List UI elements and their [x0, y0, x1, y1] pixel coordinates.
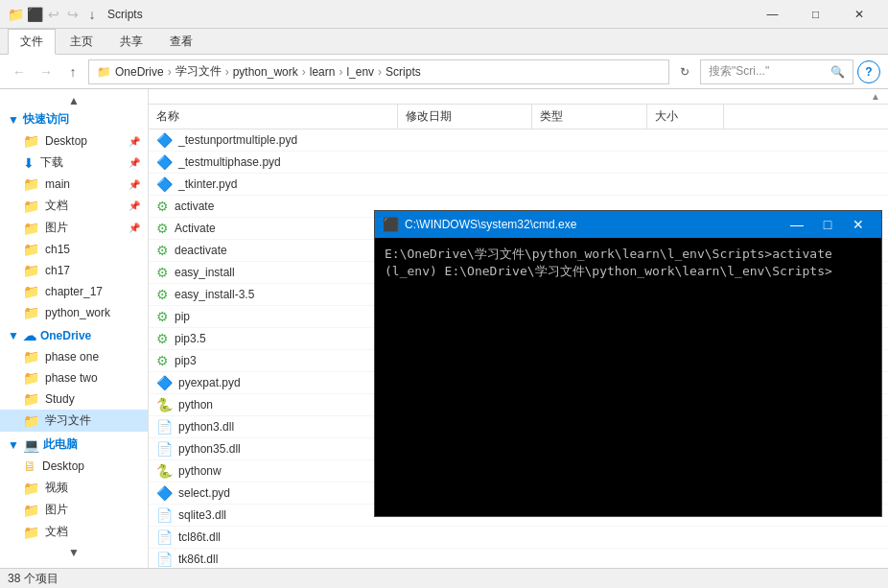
cmd-maximize[interactable]: □ — [812, 211, 843, 238]
undo-icon[interactable]: ↩ — [46, 7, 61, 22]
address-bar: ← → ↑ 📁 OneDrive › 学习文件 › python_work › … — [0, 55, 888, 89]
sidebar-pc-header[interactable]: ▼ 💻 此电脑 — [0, 434, 148, 456]
search-icon[interactable]: 🔍 — [830, 65, 845, 79]
minimize-button[interactable]: — — [751, 0, 794, 29]
sidebar-label-downloads: 下载 — [40, 154, 63, 171]
file-type-cell — [532, 203, 647, 209]
up-button[interactable]: ↑ — [61, 60, 84, 83]
sidebar-quick-access-header[interactable]: ▼ 快速访问 — [0, 108, 148, 130]
ribbon: 文件 主页 共享 查看 — [0, 29, 888, 55]
header-size[interactable]: 大小 — [647, 105, 724, 129]
sidebar-scroll-down[interactable]: ▼ — [0, 545, 148, 560]
file-name-cell: 🐍 python — [149, 394, 398, 415]
sidebar-item-ch17[interactable]: 📁 ch17 — [0, 260, 148, 281]
file-size-cell — [647, 181, 724, 187]
window-title: Scripts — [107, 8, 143, 21]
breadcrumb-xuexiwenjian[interactable]: 学习文件 — [175, 63, 222, 80]
address-path[interactable]: 📁 OneDrive › 学习文件 › python_work › learn … — [88, 59, 669, 84]
file-size-cell — [647, 137, 724, 143]
table-row[interactable]: 🔷 _tkinter.pyd — [149, 174, 888, 196]
tab-share[interactable]: 共享 — [107, 29, 155, 54]
cmd-body[interactable]: E:\OneDrive\学习文件\python_work\learn\l_env… — [375, 238, 881, 516]
redo-icon[interactable]: ↪ — [65, 7, 81, 22]
refresh-button[interactable]: ↻ — [673, 60, 696, 83]
file-name-cell: 📄 python35.dll — [149, 438, 398, 459]
tab-home[interactable]: 主页 — [58, 29, 105, 54]
sidebar-quick-access: ▼ 快速访问 📁 Desktop 📌 ⬇ 下载 📌 📁 main 📌 📁 文档 — [0, 108, 148, 323]
forward-button[interactable]: → — [35, 60, 58, 83]
header-date[interactable]: 修改日期 — [398, 105, 532, 129]
sidebar-label-ch17: ch17 — [45, 264, 70, 277]
ribbon-tabs: 文件 主页 共享 查看 — [0, 29, 888, 54]
sidebar-item-pictures[interactable]: 📁 图片 📌 — [0, 217, 148, 239]
cmd-minimize[interactable]: — — [782, 211, 812, 238]
folder-icon-pics: 📁 — [23, 221, 39, 236]
sidebar-item-xuexiwenjian[interactable]: 📁 学习文件 — [0, 410, 148, 432]
sidebar-label-pc-video: 视频 — [45, 480, 68, 496]
table-row[interactable]: 📄 tk86t.dll — [149, 549, 888, 568]
maximize-button[interactable]: □ — [794, 0, 837, 29]
file-name-cell: ⚙ deactivate — [149, 240, 398, 261]
table-row[interactable]: 🔷 _testmultiphase.pyd — [149, 152, 888, 174]
sidebar-item-desktop[interactable]: 📁 Desktop 📌 — [0, 130, 148, 152]
folder-icon-main: 📁 — [23, 176, 39, 192]
file-name-cell: 📄 tcl86t.dll — [149, 527, 398, 548]
onedrive-label: OneDrive — [40, 329, 91, 342]
search-placeholder: 搜索"Scri..." — [709, 63, 769, 80]
back-button[interactable]: ← — [8, 60, 31, 83]
title-bar-icons: 📁 ⬛ ↩ ↪ ↓ — [8, 7, 100, 22]
breadcrumb-scripts[interactable]: Scripts — [386, 65, 421, 79]
sidebar-item-phase-two[interactable]: 📁 phase two — [0, 367, 148, 388]
sidebar-item-ch15[interactable]: 📁 ch15 — [0, 239, 148, 260]
sidebar-item-phase-one[interactable]: 📁 phase one — [0, 346, 148, 367]
sidebar-item-documents[interactable]: 📁 文档 📌 — [0, 195, 148, 217]
breadcrumb-onedrive[interactable]: OneDrive — [115, 65, 164, 79]
header-type[interactable]: 类型 — [532, 105, 647, 129]
folder-icon-xuexi: 📁 — [23, 413, 39, 429]
table-row[interactable]: 🔷 _testunportmultiple.pyd — [149, 129, 888, 152]
folder-icon-pc-video: 📁 — [23, 481, 39, 496]
file-type-cell — [532, 556, 647, 562]
help-button[interactable]: ? — [857, 60, 880, 83]
sidebar-label-phase-one: phase one — [45, 350, 99, 364]
file-name-cell: 🔷 select.pyd — [149, 482, 398, 504]
sidebar-label-documents: 文档 — [45, 198, 68, 214]
file-name-cell: 📄 sqlite3.dll — [149, 505, 398, 526]
chevron-right-icon: ▼ — [8, 113, 19, 127]
properties-icon[interactable]: ↓ — [84, 7, 100, 22]
folder-icon-pythonwork: 📁 — [23, 305, 39, 320]
sidebar-item-pythonwork[interactable]: 📁 python_work — [0, 302, 148, 323]
breadcrumb-python-work[interactable]: python_work — [233, 65, 298, 79]
sidebar-item-pc-desktop[interactable]: 🖥 Desktop — [0, 456, 148, 477]
tab-file[interactable]: 文件 — [8, 29, 56, 55]
sidebar-label-study: Study — [45, 392, 75, 406]
quick-access-icon[interactable]: ⬛ — [27, 7, 42, 22]
onedrive-icon: ☁ — [23, 328, 36, 343]
sidebar-item-pc-pictures[interactable]: 📁 图片 — [0, 499, 148, 521]
breadcrumb-learn[interactable]: learn — [310, 65, 336, 79]
sidebar-scroll-up[interactable]: ▲ — [0, 93, 148, 108]
sidebar-item-downloads[interactable]: ⬇ 下载 📌 — [0, 152, 148, 174]
folder-icon-ch15: 📁 — [23, 242, 39, 257]
file-list-scroll-up[interactable]: ▲ — [149, 89, 888, 105]
sidebar-onedrive: ▼ ☁ OneDrive 📁 phase one 📁 phase two 📁 S… — [0, 325, 148, 432]
close-button[interactable]: ✕ — [837, 0, 880, 29]
sidebar-item-chapter17[interactable]: 📁 chapter_17 — [0, 281, 148, 302]
table-row[interactable]: 📄 tcl86t.dll — [149, 527, 888, 549]
sidebar-item-study[interactable]: 📁 Study — [0, 388, 148, 410]
tab-view[interactable]: 查看 — [157, 29, 205, 54]
sidebar-onedrive-header[interactable]: ▼ ☁ OneDrive — [0, 325, 148, 346]
breadcrumb-lenv[interactable]: l_env — [346, 65, 374, 79]
file-name-cell: ⚙ pip3 — [149, 350, 398, 371]
sidebar-item-pc-video[interactable]: 📁 视频 — [0, 477, 148, 499]
folder-icon-pc-desktop: 🖥 — [23, 459, 36, 474]
sidebar-item-main[interactable]: 📁 main 📌 — [0, 174, 148, 195]
search-box[interactable]: 搜索"Scri..." 🔍 — [700, 59, 853, 84]
file-type-cell — [532, 137, 647, 143]
quick-access-label: 快速访问 — [23, 111, 69, 128]
file-date-cell — [398, 137, 532, 143]
file-date-cell — [398, 203, 532, 209]
sidebar-item-pc-documents[interactable]: 📁 文档 — [0, 521, 148, 543]
cmd-close[interactable]: ✕ — [843, 211, 874, 238]
header-name[interactable]: 名称 — [149, 105, 398, 129]
